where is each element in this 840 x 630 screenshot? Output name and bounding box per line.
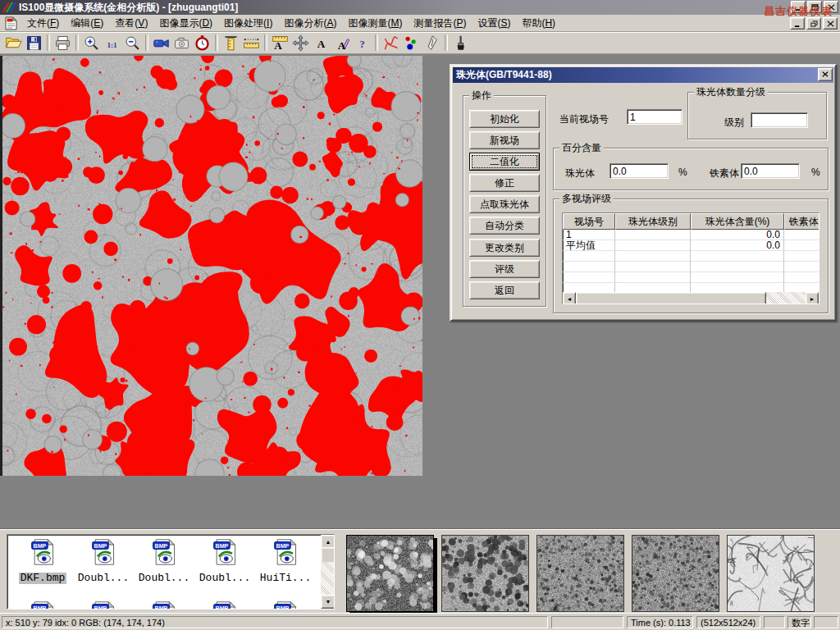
- caliper-icon: [222, 34, 240, 52]
- micrograph-frame: [0, 56, 422, 476]
- brush-tool-button[interactable]: [450, 33, 471, 52]
- file-item-row2-3[interactable]: [134, 600, 194, 609]
- op-button-8[interactable]: 评级: [469, 260, 540, 278]
- op-button-6[interactable]: 自动分类: [469, 217, 540, 235]
- menu-item-10[interactable]: 帮助(H): [516, 15, 561, 32]
- print-button[interactable]: [52, 33, 73, 52]
- grade-level-input[interactable]: [751, 112, 808, 128]
- op-button-3[interactable]: 二值化: [469, 153, 540, 171]
- current-field-input[interactable]: [627, 109, 682, 125]
- bmp-file-icon: [212, 600, 237, 609]
- curve-tool-button[interactable]: [381, 33, 401, 52]
- pen-tool-button[interactable]: [422, 33, 442, 52]
- file-item-2[interactable]: Doubl...: [73, 538, 134, 584]
- file-scrollbar-thumb[interactable]: [321, 547, 335, 564]
- menu-item-1[interactable]: 文件(F): [21, 15, 65, 32]
- dialog-title-bar[interactable]: 珠光体(GB/T9441-88): [453, 67, 833, 83]
- table-header-4[interactable]: 铁素体含量(%): [784, 213, 819, 230]
- menu-item-3[interactable]: 查看(V): [109, 15, 153, 32]
- dialog-close-button[interactable]: [818, 68, 833, 81]
- save-button[interactable]: [24, 33, 44, 52]
- file-item-row2-2[interactable]: [73, 600, 134, 609]
- op-button-7[interactable]: 更改类别: [469, 239, 540, 257]
- file-item-1[interactable]: DKF.bmp: [12, 538, 73, 584]
- table-header-2[interactable]: 珠光体级别: [615, 213, 691, 230]
- op-button-2[interactable]: 新视场: [469, 131, 540, 149]
- bmp-file-icon: [91, 600, 116, 609]
- file-list-scrollbar[interactable]: ▲ ▼: [321, 535, 334, 609]
- scroll-left-button[interactable]: ◄: [563, 292, 576, 304]
- table-header-1[interactable]: 视场号: [563, 213, 615, 230]
- timer-button[interactable]: [192, 33, 212, 52]
- ferrite-percent-input[interactable]: [741, 163, 800, 179]
- caliper-button[interactable]: [221, 33, 241, 52]
- scroll-down-button[interactable]: ▼: [321, 595, 335, 609]
- file-item-4[interactable]: Doubl...: [194, 538, 255, 584]
- file-item-row2-5[interactable]: [255, 600, 316, 609]
- zoom-out-icon: [124, 34, 141, 52]
- file-name[interactable]: Doubl...: [137, 573, 191, 584]
- op-button-4[interactable]: 修正: [469, 174, 540, 192]
- mdi-minimize-button[interactable]: [790, 17, 805, 30]
- table-header-3[interactable]: 珠光体含量(%): [691, 213, 784, 230]
- menu-item-7[interactable]: 图像测量(M): [342, 15, 408, 32]
- menu-item-5[interactable]: 图像处理(I): [218, 15, 278, 32]
- table-row[interactable]: [563, 262, 819, 272]
- menu-item-4[interactable]: 图像显示(D): [153, 15, 218, 32]
- status-panel-empty-1: [551, 616, 623, 628]
- move-tool-button[interactable]: [290, 33, 311, 52]
- open-folder-button[interactable]: [3, 33, 24, 52]
- file-item-row2-4[interactable]: [194, 600, 255, 609]
- scrollbar-thumb[interactable]: [576, 292, 766, 304]
- file-item-5[interactable]: HuiTi...: [255, 538, 316, 584]
- file-name-selected[interactable]: DKF.bmp: [19, 573, 67, 584]
- video-camera-button[interactable]: [151, 33, 171, 52]
- capture-camera-button[interactable]: [171, 33, 192, 52]
- help-button[interactable]: ?: [352, 33, 372, 52]
- table-row[interactable]: [563, 251, 819, 262]
- gallery-thumbnail-1[interactable]: [346, 535, 434, 612]
- table-cell: [784, 272, 819, 283]
- menu-item-8[interactable]: 测量报告(P): [408, 15, 472, 32]
- measure-text-button[interactable]: A: [270, 33, 290, 52]
- menu-item-9[interactable]: 设置(S): [472, 15, 516, 32]
- table-hscrollbar[interactable]: ◄ ►: [563, 292, 819, 304]
- micrograph-image[interactable]: [2, 56, 422, 476]
- text-tool-button[interactable]: A: [311, 33, 331, 52]
- menu-item-6[interactable]: 图像分析(A): [278, 15, 342, 32]
- gallery-thumbnail-2[interactable]: [441, 535, 529, 612]
- table-row[interactable]: 10.0: [563, 230, 819, 240]
- menu-item-2[interactable]: 编辑(E): [65, 15, 109, 32]
- file-name[interactable]: HuiTi...: [258, 573, 313, 584]
- scroll-right-button[interactable]: ►: [806, 292, 819, 304]
- text-edit-button[interactable]: A: [331, 33, 352, 52]
- zoom-in-button[interactable]: [81, 33, 102, 52]
- actual-size-icon: 1:1: [103, 34, 121, 52]
- mdi-close-button[interactable]: [823, 17, 838, 30]
- gallery-thumbnail-5[interactable]: [727, 535, 815, 612]
- table-row[interactable]: [563, 272, 819, 283]
- curve-tool-icon: [382, 34, 399, 52]
- file-name[interactable]: Doubl...: [76, 573, 130, 584]
- scrollbar-track[interactable]: [766, 292, 806, 304]
- file-item-3[interactable]: Doubl...: [134, 538, 194, 584]
- pearlite-percent-input[interactable]: [609, 163, 669, 179]
- table-cell: [563, 272, 615, 283]
- table-row[interactable]: 平均值0.0: [563, 240, 819, 251]
- mdi-restore-button[interactable]: [806, 17, 821, 30]
- file-name[interactable]: Doubl...: [198, 573, 252, 584]
- op-button-5[interactable]: 点取珠光体: [469, 195, 540, 213]
- gallery-thumbnail-4[interactable]: [632, 535, 719, 612]
- op-button-1[interactable]: 初始化: [469, 110, 540, 128]
- zoom-out-button[interactable]: [122, 33, 143, 52]
- ruler-button[interactable]: [241, 33, 262, 52]
- file-item-row2-1[interactable]: [12, 600, 73, 609]
- classify-dots-button[interactable]: [401, 33, 422, 52]
- actual-size-button[interactable]: 1:1: [102, 33, 122, 52]
- op-button-9[interactable]: 返回: [469, 281, 540, 299]
- multi-field-group: 多视场评级 视场号珠光体级别珠光体含量(%)铁素体含量(%) 10.0平均值0.…: [553, 199, 829, 313]
- file-scrollbar-track[interactable]: [321, 562, 334, 596]
- gallery-thumbnail-3[interactable]: [536, 535, 624, 612]
- operation-group: 操作 初始化新视场二值化修正点取珠光体自动分类更改类别评级返回: [463, 95, 546, 307]
- bmp-file-icon: [30, 600, 55, 609]
